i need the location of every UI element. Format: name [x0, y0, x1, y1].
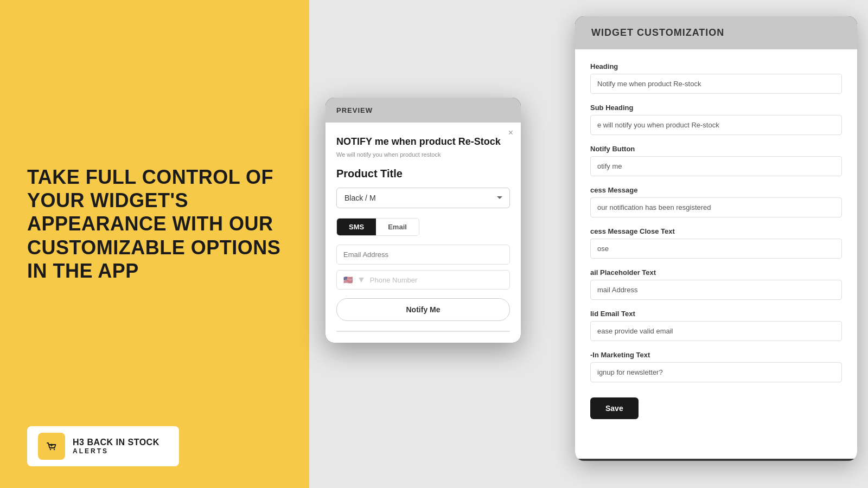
preview-subheading: We will notify you when product restock	[336, 151, 510, 158]
email-placeholder-label: ail Placeholder Text	[590, 268, 842, 277]
svg-point-2	[54, 449, 55, 450]
success-close-input[interactable]	[590, 239, 842, 259]
preview-card: PREVIEW × NOTIFY me when product Re-Stoc…	[326, 98, 521, 343]
save-button[interactable]: Save	[590, 397, 639, 419]
logo-text: H3 BACK IN STOCK ALERTS	[73, 438, 159, 455]
marketing-text-field: -In Marketing Text	[590, 351, 842, 382]
widget-card-header: WIDGET CUSTOMIZATION	[575, 16, 857, 49]
preview-card-title: PREVIEW	[336, 106, 373, 114]
hero-text: TAKE FULL CONTROL OF YOUR WIDGET'S APPEA…	[27, 165, 282, 282]
preview-card-header: PREVIEW	[326, 98, 521, 123]
valid-email-label: lid Email Text	[590, 310, 842, 318]
subheading-label: Sub Heading	[590, 104, 842, 112]
phone-placeholder-text: Phone Number	[370, 276, 417, 284]
logo-title: H3 BACK IN STOCK	[73, 438, 159, 447]
success-close-label: cess Message Close Text	[590, 227, 842, 235]
widget-card-body: Heading Sub Heading Notify Button cess M…	[575, 49, 857, 459]
email-placeholder-field: ail Placeholder Text	[590, 268, 842, 300]
phone-number-row: 🇺🇸 ▼ Phone Number	[336, 270, 510, 290]
left-panel: TAKE FULL CONTROL OF YOUR WIDGET'S APPEA…	[0, 0, 309, 488]
subheading-field: Sub Heading	[590, 104, 842, 135]
close-icon[interactable]: ×	[508, 128, 513, 138]
subheading-input[interactable]	[590, 115, 842, 135]
flag-icon: 🇺🇸	[343, 275, 353, 284]
svg-point-1	[50, 449, 51, 450]
email-toggle-button[interactable]: Email	[376, 219, 419, 235]
marketing-text-input[interactable]	[590, 362, 842, 382]
right-panel: WIDGET CUSTOMIZATION Heading Sub Heading…	[309, 0, 868, 488]
heading-label: Heading	[590, 62, 842, 70]
widget-customization-card: WIDGET CUSTOMIZATION Heading Sub Heading…	[575, 16, 857, 461]
heading-field: Heading	[590, 62, 842, 94]
marketing-text-label: -In Marketing Text	[590, 351, 842, 359]
sms-toggle-button[interactable]: SMS	[337, 219, 376, 235]
sms-email-toggle: SMS Email	[336, 218, 419, 236]
notify-me-button[interactable]: Notify Me	[336, 298, 510, 321]
logo-subtitle: ALERTS	[73, 447, 159, 455]
notify-button-label: Notify Button	[590, 145, 842, 153]
email-placeholder-input[interactable]	[590, 280, 842, 300]
preview-heading: NOTIFY me when product Re-Stock	[336, 136, 510, 148]
notify-button-field: Notify Button	[590, 145, 842, 176]
cart-icon	[43, 438, 60, 454]
heading-input[interactable]	[590, 74, 842, 94]
hero-content: TAKE FULL CONTROL OF YOUR WIDGET'S APPEA…	[27, 22, 282, 426]
valid-email-field: lid Email Text	[590, 310, 842, 341]
widget-card-title: WIDGET CUSTOMIZATION	[591, 27, 724, 38]
logo-area: H3 BACK IN STOCK ALERTS	[27, 426, 179, 466]
variant-select[interactable]: Black / M	[336, 188, 510, 208]
success-close-field: cess Message Close Text	[590, 227, 842, 259]
success-message-input[interactable]	[590, 197, 842, 217]
notify-button-input[interactable]	[590, 156, 842, 176]
valid-email-input[interactable]	[590, 321, 842, 341]
success-message-label: cess Message	[590, 186, 842, 194]
preview-divider	[336, 331, 510, 332]
preview-card-body: × NOTIFY me when product Re-Stock We wil…	[326, 123, 521, 343]
phone-divider: ▼	[357, 275, 366, 285]
logo-icon	[38, 433, 65, 460]
email-address-input[interactable]	[336, 245, 510, 265]
preview-product-title: Product Title	[336, 168, 510, 180]
success-message-field: cess Message	[590, 186, 842, 217]
